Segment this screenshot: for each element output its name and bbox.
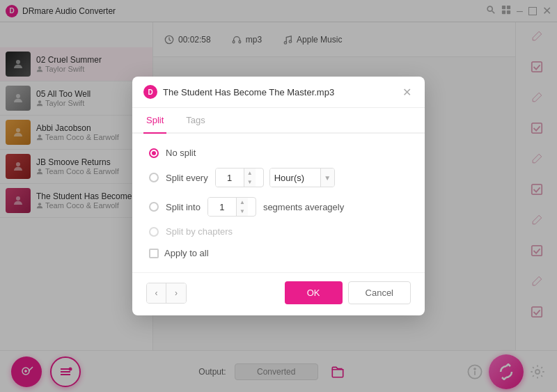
split-into-down[interactable]: ▼ bbox=[237, 207, 248, 216]
modal-body: No split Split every ▲ ▼ bbox=[132, 134, 425, 272]
split-every-radio[interactable] bbox=[149, 173, 159, 182]
split-every-input[interactable] bbox=[216, 168, 244, 187]
split-every-row: Split every ▲ ▼ Hour(s) Minute(s) Se bbox=[149, 168, 408, 187]
cancel-button[interactable]: Cancel bbox=[348, 281, 411, 304]
tab-tags[interactable]: Tags bbox=[183, 108, 207, 134]
unit-select[interactable]: Hour(s) Minute(s) Second(s) bbox=[270, 168, 320, 187]
apply-to-all-row: Apply to all bbox=[149, 248, 408, 258]
spinbox-down[interactable]: ▼ bbox=[244, 178, 256, 187]
nav-arrows: ‹ › bbox=[146, 283, 187, 304]
split-by-chapters-label: Split by chapters bbox=[166, 226, 233, 237]
prev-button[interactable]: ‹ bbox=[147, 283, 166, 303]
modal-title: The Student Has Become The Master.mp3 bbox=[163, 87, 394, 97]
split-every-label: Split every bbox=[166, 173, 208, 183]
tab-split[interactable]: Split bbox=[143, 108, 166, 134]
unit-select-wrap: Hour(s) Minute(s) Second(s) ▼ bbox=[269, 168, 335, 187]
select-arrow-icon: ▼ bbox=[320, 168, 334, 187]
split-into-arrows: ▲ ▼ bbox=[236, 198, 248, 216]
modal-header: D The Student Has Become The Master.mp3 … bbox=[132, 77, 425, 108]
segments-text: segments averagely bbox=[263, 202, 344, 212]
split-into-spinbox: ▲ ▼ bbox=[207, 197, 256, 217]
next-button[interactable]: › bbox=[166, 283, 186, 303]
split-every-spinbox: ▲ ▼ bbox=[215, 168, 264, 187]
split-into-row: Split into ▲ ▼ segments averagely bbox=[149, 197, 408, 217]
apply-to-all-label: Apply to all bbox=[164, 248, 209, 258]
spinbox-up[interactable]: ▲ bbox=[244, 168, 256, 178]
no-split-row: No split bbox=[149, 148, 408, 158]
spinbox-arrows: ▲ ▼ bbox=[244, 168, 256, 187]
split-by-chapters-radio bbox=[149, 227, 159, 237]
split-by-chapters-row: Split by chapters bbox=[149, 226, 408, 237]
apply-to-all-checkbox[interactable] bbox=[149, 249, 159, 258]
modal-overlay: D The Student Has Become The Master.mp3 … bbox=[0, 0, 557, 392]
split-modal: D The Student Has Become The Master.mp3 … bbox=[132, 77, 425, 315]
modal-close-button[interactable]: ✕ bbox=[400, 85, 414, 99]
split-every-spinbox-wrap: ▲ ▼ Hour(s) Minute(s) Second(s) ▼ bbox=[215, 168, 335, 187]
split-into-radio[interactable] bbox=[149, 202, 159, 212]
split-into-label: Split into bbox=[166, 202, 201, 212]
modal-footer: ‹ › OK Cancel bbox=[132, 272, 425, 315]
ok-button[interactable]: OK bbox=[285, 281, 343, 304]
modal-logo: D bbox=[143, 85, 157, 99]
split-into-up[interactable]: ▲ bbox=[237, 198, 248, 207]
modal-tabs: Split Tags bbox=[132, 108, 425, 134]
no-split-radio[interactable] bbox=[149, 148, 159, 158]
no-split-label: No split bbox=[166, 148, 196, 158]
split-into-input[interactable] bbox=[208, 198, 236, 216]
